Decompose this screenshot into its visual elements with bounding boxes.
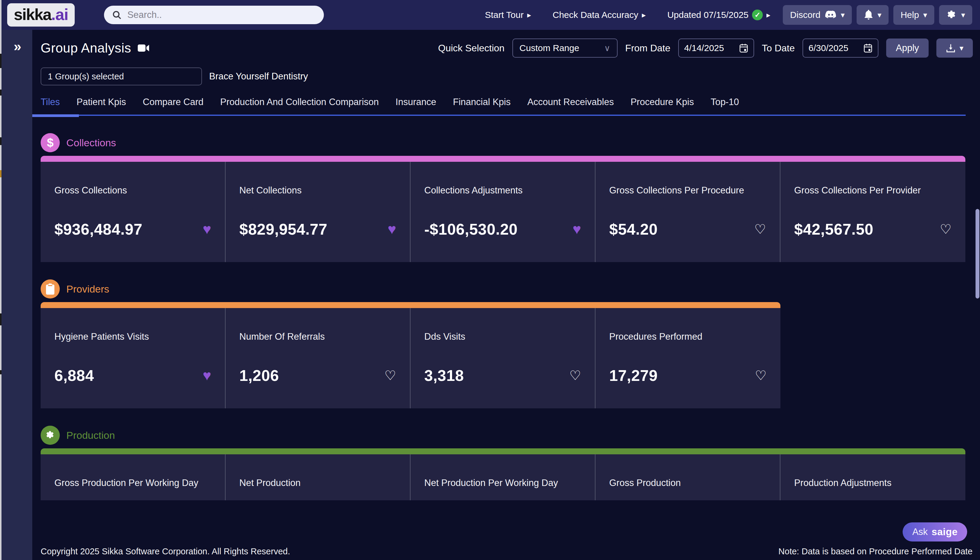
tab-financial-kpis[interactable]: Financial Kpis — [453, 97, 511, 107]
caret-right-icon: ▸ — [642, 11, 646, 19]
card-dds-visits: Dds Visits 3,318 ♡ — [411, 308, 595, 408]
calendar-icon[interactable] — [739, 43, 748, 53]
to-date-value: 6/30/2025 — [808, 43, 848, 53]
vertical-scrollbar[interactable] — [975, 209, 979, 298]
section-accent-bar — [41, 448, 965, 454]
caret-right-icon: ▸ — [527, 11, 531, 19]
chevron-down-icon: ▾ — [961, 11, 965, 19]
kpi-card-value: $54.20 — [609, 220, 657, 238]
updated-label: Updated 07/15/2025 — [667, 10, 748, 20]
kpi-card-title: Net Collections — [239, 184, 385, 197]
page-header: Group Analysis Quick Selection Custom Ra… — [41, 38, 980, 58]
section-title: Providers — [66, 283, 109, 295]
kpi-card-title: Procedures Performed — [609, 330, 754, 343]
tab-compare-card[interactable]: Compare Card — [143, 97, 204, 107]
bell-icon — [864, 10, 873, 20]
card-collections-adjustments: Collections Adjustments -$106,530.20 ♥ — [411, 162, 595, 262]
discord-label: Discord — [790, 10, 820, 20]
tab-production-and-collection-comparison[interactable]: Production And Collection Comparison — [220, 97, 379, 107]
favorite-heart-filled-icon[interactable]: ♥ — [573, 222, 582, 237]
card-gross-collections: Gross Collections $936,484.97 ♥ — [41, 162, 226, 262]
kpi-card-title: Gross Collections Per Provider — [794, 184, 939, 197]
card-net-production-per-working-day: Net Production Per Working Day — [411, 454, 595, 500]
tab-procedure-kpis[interactable]: Procedure Kpis — [630, 97, 694, 107]
calendar-icon[interactable] — [863, 43, 873, 53]
to-date-input[interactable]: 6/30/2025 — [803, 38, 878, 58]
card-gross-production: Gross Production — [595, 454, 780, 500]
kpi-card-title: Production Adjustments — [794, 477, 939, 490]
favorite-heart-filled-icon[interactable]: ♥ — [388, 222, 396, 237]
favorite-heart-filled-icon[interactable]: ♥ — [203, 222, 212, 237]
favorite-heart-outline-icon[interactable]: ♡ — [940, 223, 952, 236]
date-controls: Quick Selection Custom Range ∨ From Date… — [438, 38, 973, 58]
kpi-card-title: Number Of Referrals — [239, 330, 385, 343]
tabs: TilesPatient KpisCompare CardProduction … — [41, 97, 966, 116]
kpi-card-title: Gross Collections — [54, 184, 200, 197]
check-data-accuracy-label: Check Data Accuracy — [553, 10, 639, 20]
favorite-heart-outline-icon[interactable]: ♡ — [755, 369, 767, 382]
section-title: Production — [66, 430, 115, 441]
kpi-card-value: $829,954.77 — [239, 220, 328, 238]
search-bar[interactable] — [104, 6, 324, 24]
kpi-card-title: Gross Production — [609, 477, 754, 490]
dollar-icon: $ — [41, 133, 60, 152]
chevron-down-icon: ∨ — [604, 43, 610, 53]
group-selected-box[interactable]: 1 Group(s) selected — [41, 67, 202, 85]
discord-button[interactable]: Discord ▾ — [783, 5, 852, 25]
tab-top-10[interactable]: Top-10 — [711, 97, 739, 107]
from-date-input[interactable]: 4/14/2025 — [678, 38, 754, 58]
favorite-heart-outline-icon[interactable]: ♡ — [385, 369, 396, 382]
start-tour-label: Start Tour — [485, 10, 524, 20]
kpi-card-title: Dds Visits — [424, 330, 569, 343]
kpi-card-value: 17,279 — [609, 367, 657, 385]
card-production-adjustments: Production Adjustments — [780, 454, 965, 500]
ask-saige-button[interactable]: Ask saige — [903, 522, 967, 542]
sikka-logo[interactable]: sikka.ai — [7, 3, 75, 27]
logo-brand: sikka — [14, 5, 51, 23]
chevron-down-icon: ▾ — [923, 11, 927, 19]
card-gross-collections-per-procedure: Gross Collections Per Procedure $54.20 ♡ — [595, 162, 780, 262]
from-date-label: From Date — [625, 43, 671, 54]
search-input[interactable] — [127, 10, 316, 20]
check-data-accuracy-link[interactable]: Check Data Accuracy ▸ — [553, 10, 646, 20]
settings-button[interactable]: ▾ — [939, 5, 972, 25]
card-gross-production-per-working-day: Gross Production Per Working Day — [41, 454, 226, 500]
chevron-down-icon: ▾ — [959, 44, 963, 52]
saige-brand: saige — [932, 526, 958, 538]
quick-selection-value: Custom Range — [520, 43, 579, 53]
notifications-button[interactable]: ▾ — [856, 5, 888, 25]
kpi-card-title: Net Production — [239, 477, 385, 490]
to-date-label: To Date — [762, 43, 795, 54]
discord-icon — [824, 10, 836, 20]
topbar-links: Start Tour ▸ Check Data Accuracy ▸ Updat… — [485, 10, 770, 20]
favorite-heart-outline-icon[interactable]: ♡ — [569, 369, 581, 382]
tab-insurance[interactable]: Insurance — [396, 97, 436, 107]
tab-account-receivables[interactable]: Account Receivables — [527, 97, 614, 107]
caret-right-icon: ▸ — [766, 11, 770, 19]
tab-patient-kpis[interactable]: Patient Kpis — [77, 97, 126, 107]
favorite-heart-filled-icon[interactable]: ♥ — [203, 368, 212, 383]
download-button[interactable]: ▾ — [937, 38, 973, 58]
sidebar-expand-icon[interactable]: » — [8, 38, 26, 54]
video-tour-icon[interactable] — [138, 44, 150, 52]
help-button[interactable]: Help ▾ — [893, 5, 934, 25]
group-selected-text: 1 Group(s) selected — [48, 72, 124, 82]
check-circle-icon: ✓ — [752, 10, 763, 20]
start-tour-link[interactable]: Start Tour ▸ — [485, 10, 531, 20]
section-accent-bar — [41, 302, 780, 308]
search-icon — [112, 10, 122, 20]
section-accent-bar — [41, 156, 965, 162]
favorite-heart-outline-icon[interactable]: ♡ — [754, 223, 766, 236]
tab-tiles[interactable]: Tiles — [41, 97, 60, 107]
chevron-down-icon: ▾ — [878, 11, 881, 19]
quick-selection-select[interactable]: Custom Range ∨ — [512, 38, 617, 58]
kpi-card-value: $936,484.97 — [54, 220, 142, 238]
kpi-card-value: -$106,530.20 — [424, 220, 518, 238]
apply-button[interactable]: Apply — [886, 38, 928, 58]
kpi-card-title: Net Production Per Working Day — [424, 477, 569, 490]
chevron-down-icon: ▾ — [841, 11, 845, 19]
card-number-of-referrals: Number Of Referrals 1,206 ♡ — [226, 308, 411, 408]
group-name: Brace Yourself Dentistry — [209, 71, 308, 82]
updated-status-link[interactable]: Updated 07/15/2025 ✓ ▸ — [667, 10, 770, 20]
kpi-card-value: 1,206 — [239, 367, 279, 385]
